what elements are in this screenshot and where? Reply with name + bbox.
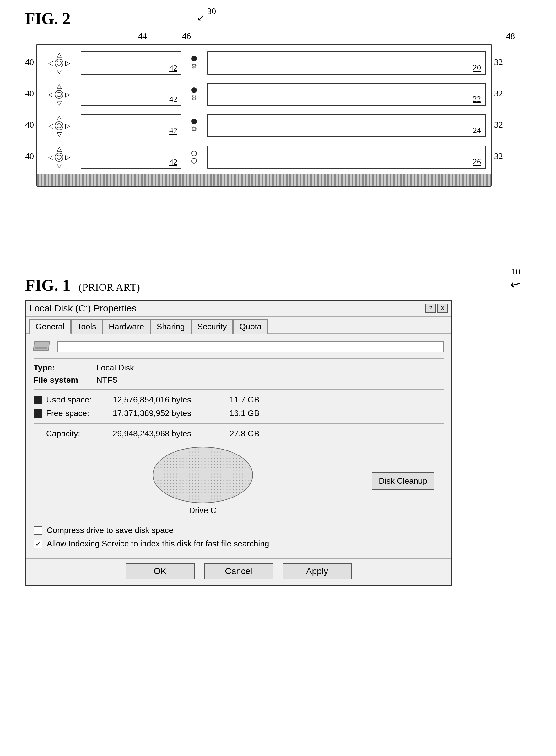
free-space-row: Free space: 17,371,389,952 bytes 16.1 GB <box>34 407 444 420</box>
capacity-label: Capacity: <box>46 429 109 439</box>
annotation-40-row2: 40 <box>25 79 34 108</box>
filesystem-label: File system <box>34 375 96 385</box>
annotation-10: 10 <box>512 267 520 277</box>
fig2-row-4: △ ◁ ▷ ▽ 42 26 <box>42 143 486 171</box>
free-color-box <box>34 409 42 418</box>
disk-name-field[interactable] <box>58 341 444 352</box>
controller-40-2[interactable]: △ ◁ ▷ ▽ <box>42 82 76 107</box>
type-label: Type: <box>34 363 96 373</box>
compress-label: Compress drive to save disk space <box>47 525 173 535</box>
annotation-32-row1: 32 <box>494 48 503 76</box>
fig2-label: FIG. 2 <box>25 10 70 28</box>
used-color-box <box>34 395 42 404</box>
disk-icon <box>34 340 53 353</box>
right-box-20: 20 <box>207 51 486 75</box>
tab-tools[interactable]: Tools <box>71 319 103 334</box>
fig2-row-2: △ ◁ ▷ ▽ 42 ⚙ 22 <box>42 80 486 109</box>
annotation-40-row1: 40 <box>25 48 34 76</box>
indexing-checkbox[interactable]: ✓ <box>34 539 42 548</box>
help-button[interactable]: ? <box>425 304 436 313</box>
capacity-gb: 27.8 GB <box>230 429 259 439</box>
dialog-window: Local Disk (C:) Properties ? X General T… <box>25 300 452 586</box>
icon-name-row <box>34 340 444 353</box>
ok-button[interactable]: OK <box>126 563 195 579</box>
fig1-prior-art: (PRIOR ART) <box>78 281 140 293</box>
drive-label: Drive C <box>189 506 216 516</box>
divider-2 <box>34 389 444 390</box>
fig1-label: FIG. 1 <box>25 276 70 295</box>
left-box-42-2: 42 <box>81 83 181 106</box>
tab-sharing[interactable]: Sharing <box>150 319 191 334</box>
arrow-30: ↙ <box>197 12 204 23</box>
compress-checkbox[interactable] <box>34 526 42 535</box>
close-button[interactable]: X <box>437 304 448 313</box>
fig2-row-1: △ ◁ ▷ ▽ 42 ⚙ <box>42 49 486 77</box>
dialog-footer: OK Cancel Apply <box>26 558 451 585</box>
tab-quota[interactable]: Quota <box>233 319 268 334</box>
dialog-body: Type: Local Disk File system NTFS Used s… <box>26 334 451 558</box>
controller-40-3[interactable]: △ ◁ ▷ ▽ <box>42 114 76 138</box>
connector-4 <box>185 151 203 164</box>
left-box-42-3: 42 <box>81 114 181 138</box>
annotation-32-row2: 32 <box>494 79 503 108</box>
annotation-32-row4: 32 <box>494 142 503 170</box>
free-space-label: Free space: <box>46 408 109 418</box>
checkbox-section: Compress drive to save disk space ✓ Allo… <box>34 525 444 549</box>
left-box-42-4: 42 <box>81 146 181 169</box>
dialog-title: Local Disk (C:) Properties <box>29 303 137 314</box>
type-value: Local Disk <box>96 363 134 373</box>
cancel-button[interactable]: Cancel <box>204 563 273 579</box>
right-box-24: 24 <box>207 114 486 138</box>
annotation-30: 30 <box>207 6 216 16</box>
free-space-bytes: 17,371,389,952 bytes <box>113 408 226 418</box>
right-box-26: 26 <box>207 146 486 169</box>
dialog-titlebar: Local Disk (C:) Properties ? X <box>26 301 451 317</box>
annotation-46: 46 <box>182 31 191 41</box>
connector-1: ⚙ <box>185 56 203 71</box>
svg-point-1 <box>155 449 252 502</box>
right-box-22: 22 <box>207 83 486 106</box>
filesystem-value: NTFS <box>96 375 118 385</box>
tab-general[interactable]: General <box>29 319 71 334</box>
hatch-bar <box>37 175 491 186</box>
annotation-48: 48 <box>506 31 515 41</box>
annotation-32-row3: 32 <box>494 111 503 139</box>
fig2-container: △ ◁ ▷ ▽ 42 ⚙ <box>36 44 492 187</box>
tab-security[interactable]: Security <box>191 319 233 334</box>
used-space-bytes: 12,576,854,016 bytes <box>113 395 226 405</box>
connector-3: ⚙ <box>185 119 203 133</box>
apply-button[interactable]: Apply <box>283 563 352 579</box>
controller-40-1[interactable]: △ ◁ ▷ ▽ <box>42 51 76 75</box>
annotation-40-row3: 40 <box>25 111 34 139</box>
free-space-gb: 16.1 GB <box>230 408 259 418</box>
capacity-row: Capacity: 29,948,243,968 bytes 27.8 GB <box>34 427 444 441</box>
used-space-label: Used space: <box>46 395 109 405</box>
disk-cleanup-button[interactable]: Disk Cleanup <box>372 473 434 490</box>
divider-1 <box>34 358 444 358</box>
tab-hardware[interactable]: Hardware <box>102 319 150 334</box>
controller-40-4[interactable]: △ ◁ ▷ ▽ <box>42 145 76 169</box>
annotation-40-row4: 40 <box>25 142 34 170</box>
tabs-row: General Tools Hardware Sharing Security … <box>26 317 451 334</box>
divider-4 <box>34 522 444 522</box>
type-row: Type: Local Disk <box>34 362 444 374</box>
annotation-44: 44 <box>138 31 147 41</box>
indexing-label: Allow Indexing Service to index this dis… <box>47 539 269 549</box>
used-space-row: Used space: 12,576,854,016 bytes 11.7 GB <box>34 393 444 407</box>
used-space-gb: 11.7 GB <box>230 395 259 405</box>
divider-3 <box>34 423 444 424</box>
indexing-row: ✓ Allow Indexing Service to index this d… <box>34 539 444 549</box>
filesystem-row: File system NTFS <box>34 374 444 386</box>
left-box-42-1: 42 <box>81 51 181 75</box>
disk-ellipse <box>152 447 253 503</box>
fig2-row-3: △ ◁ ▷ ▽ 42 ⚙ 24 <box>42 112 486 140</box>
compress-row: Compress drive to save disk space <box>34 525 444 535</box>
connector-2: ⚙ <box>185 87 203 102</box>
capacity-bytes: 29,948,243,968 bytes <box>113 429 226 439</box>
disk-visual-area: Drive C Disk Cleanup <box>34 441 444 519</box>
